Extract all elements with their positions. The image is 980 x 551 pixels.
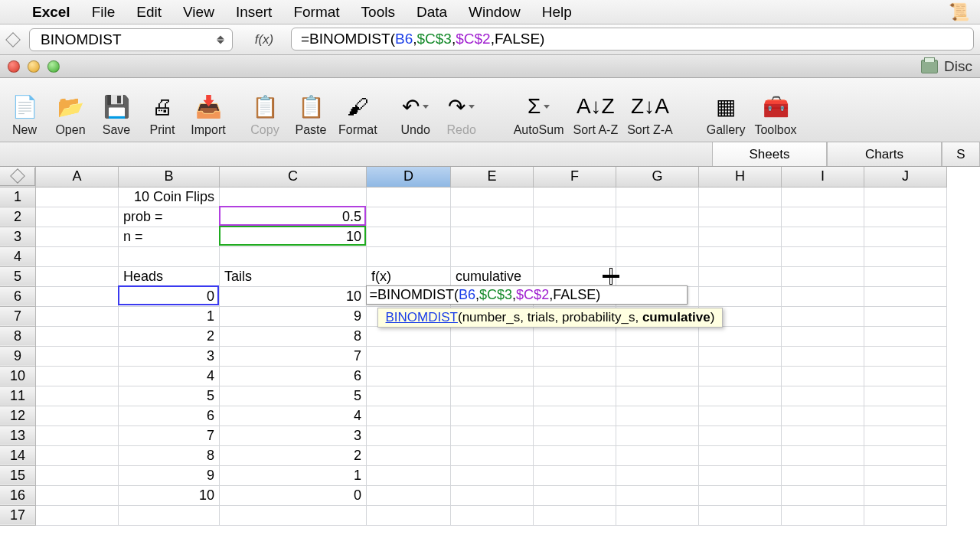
cell-E2[interactable] bbox=[451, 207, 534, 227]
cell-G16[interactable] bbox=[616, 485, 699, 505]
cell-G11[interactable] bbox=[616, 386, 699, 406]
cell-B7[interactable]: 1 bbox=[119, 306, 220, 326]
cell-I15[interactable] bbox=[782, 465, 864, 485]
menu-format[interactable]: Format bbox=[293, 4, 339, 21]
cell-H2[interactable] bbox=[699, 207, 782, 227]
cell-I13[interactable] bbox=[782, 425, 864, 445]
cell-D5[interactable]: f(x) bbox=[367, 266, 451, 286]
tab-extra[interactable]: S bbox=[942, 142, 980, 166]
formula-input[interactable]: =BINOMDIST(B6,$C$3,$C$2,FALSE) bbox=[291, 28, 974, 51]
open-button[interactable]: 📂Open bbox=[49, 80, 92, 139]
row-header-14[interactable]: 14 bbox=[0, 445, 36, 465]
cell-I16[interactable] bbox=[782, 485, 864, 505]
cell-I9[interactable] bbox=[782, 346, 864, 366]
cell-H4[interactable] bbox=[699, 246, 782, 266]
cell-G14[interactable] bbox=[616, 445, 699, 465]
cell-E9[interactable] bbox=[451, 346, 534, 366]
cell-C8[interactable]: 8 bbox=[220, 326, 367, 346]
tooltip-fn-link[interactable]: BINOMDIST bbox=[386, 310, 458, 324]
app-name[interactable]: Excel bbox=[32, 4, 70, 21]
row-header-3[interactable]: 3 bbox=[0, 227, 36, 246]
row-header-5[interactable]: 5 bbox=[0, 266, 36, 286]
cell-J13[interactable] bbox=[864, 425, 947, 445]
cell-J6[interactable] bbox=[864, 286, 947, 306]
cell-C9[interactable]: 7 bbox=[220, 346, 367, 366]
column-header-H[interactable]: H bbox=[699, 167, 782, 187]
cell-B10[interactable]: 4 bbox=[119, 366, 220, 386]
format-button[interactable]: 🖌Format bbox=[335, 80, 381, 139]
cell-I1[interactable] bbox=[782, 187, 864, 207]
cell-H11[interactable] bbox=[699, 386, 782, 406]
paste-button[interactable]: 📋Paste bbox=[289, 80, 332, 139]
cell-H9[interactable] bbox=[699, 346, 782, 366]
column-header-J[interactable]: J bbox=[864, 167, 947, 187]
autosum-button[interactable]: ΣAutoSum bbox=[511, 80, 567, 139]
cell-I7[interactable] bbox=[782, 306, 864, 326]
cell-F12[interactable] bbox=[534, 406, 616, 425]
cell-I8[interactable] bbox=[782, 326, 864, 346]
cell-A10[interactable] bbox=[36, 366, 119, 386]
cell-B12[interactable]: 6 bbox=[119, 406, 220, 425]
cell-H14[interactable] bbox=[699, 445, 782, 465]
cell-I5[interactable] bbox=[782, 266, 864, 286]
cell-H3[interactable] bbox=[699, 227, 782, 246]
cell-A12[interactable] bbox=[36, 406, 119, 425]
column-header-G[interactable]: G bbox=[616, 167, 699, 187]
cell-H16[interactable] bbox=[699, 485, 782, 505]
row-header-11[interactable]: 11 bbox=[0, 386, 36, 406]
menu-window[interactable]: Window bbox=[469, 4, 521, 21]
column-header-E[interactable]: E bbox=[451, 167, 534, 187]
spreadsheet[interactable]: ABCDEFGHIJ110 Coin Flips2prob =0.53n =10… bbox=[0, 167, 980, 526]
cell-J3[interactable] bbox=[864, 227, 947, 246]
cell-F10[interactable] bbox=[534, 366, 616, 386]
cell-I12[interactable] bbox=[782, 406, 864, 425]
script-menu-icon[interactable]: 📜 bbox=[949, 2, 969, 22]
cell-D16[interactable] bbox=[367, 485, 451, 505]
sortaz-button[interactable]: A↓ZSort A-Z bbox=[570, 80, 621, 139]
cell-A17[interactable] bbox=[36, 505, 119, 525]
cell-G8[interactable] bbox=[616, 326, 699, 346]
menu-tools[interactable]: Tools bbox=[361, 4, 395, 21]
cell-F1[interactable] bbox=[534, 187, 616, 207]
cell-A2[interactable] bbox=[36, 207, 119, 227]
cell-F17[interactable] bbox=[534, 505, 616, 525]
cell-C10[interactable]: 6 bbox=[220, 366, 367, 386]
cell-G17[interactable] bbox=[616, 505, 699, 525]
menu-insert[interactable]: Insert bbox=[236, 4, 273, 21]
cell-D15[interactable] bbox=[367, 465, 451, 485]
cell-I2[interactable] bbox=[782, 207, 864, 227]
cell-E5[interactable]: cumulative bbox=[451, 266, 534, 286]
cell-H1[interactable] bbox=[699, 187, 782, 207]
cell-A5[interactable] bbox=[36, 266, 119, 286]
cell-G15[interactable] bbox=[616, 465, 699, 485]
cell-F8[interactable] bbox=[534, 326, 616, 346]
cell-A11[interactable] bbox=[36, 386, 119, 406]
cell-H12[interactable] bbox=[699, 406, 782, 425]
row-header-6[interactable]: 6 bbox=[0, 286, 36, 306]
cell-J5[interactable] bbox=[864, 266, 947, 286]
column-header-A[interactable]: A bbox=[36, 167, 119, 187]
cell-A3[interactable] bbox=[36, 227, 119, 246]
cell-J10[interactable] bbox=[864, 366, 947, 386]
cell-G3[interactable] bbox=[616, 227, 699, 246]
cell-H6[interactable] bbox=[699, 286, 782, 306]
cell-F14[interactable] bbox=[534, 445, 616, 465]
cell-G12[interactable] bbox=[616, 406, 699, 425]
cell-B1[interactable]: 10 Coin Flips bbox=[119, 187, 220, 207]
row-header-8[interactable]: 8 bbox=[0, 326, 36, 346]
row-header-1[interactable]: 1 bbox=[0, 187, 36, 207]
cell-D2[interactable] bbox=[367, 207, 451, 227]
row-header-17[interactable]: 17 bbox=[0, 505, 36, 525]
cell-F2[interactable] bbox=[534, 207, 616, 227]
cell-H8[interactable] bbox=[699, 326, 782, 346]
print-button[interactable]: 🖨Print bbox=[141, 80, 184, 139]
menu-help[interactable]: Help bbox=[542, 4, 572, 21]
cell-G5[interactable] bbox=[616, 266, 699, 286]
cell-A9[interactable] bbox=[36, 346, 119, 366]
cell-C4[interactable] bbox=[220, 246, 367, 266]
cell-C1[interactable] bbox=[220, 187, 367, 207]
cell-C14[interactable]: 2 bbox=[220, 445, 367, 465]
cell-F3[interactable] bbox=[534, 227, 616, 246]
cell-D8[interactable] bbox=[367, 326, 451, 346]
cell-A13[interactable] bbox=[36, 425, 119, 445]
